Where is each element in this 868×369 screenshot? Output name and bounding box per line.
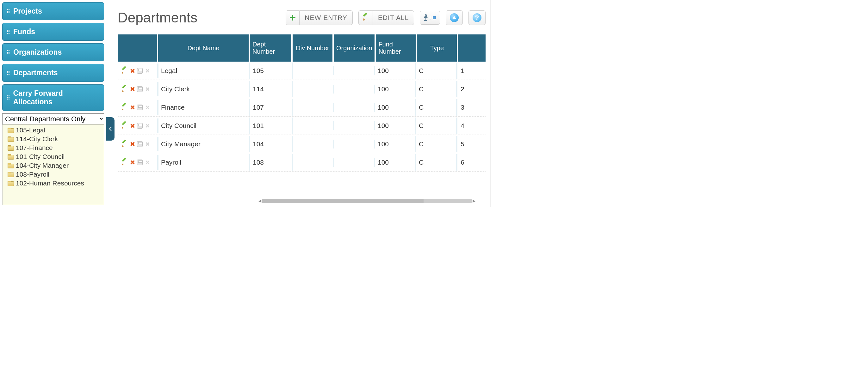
- cancel-icon[interactable]: [145, 160, 150, 165]
- scroll-track[interactable]: [262, 199, 472, 203]
- table-row[interactable]: Finance107100C3: [118, 98, 486, 116]
- table-row[interactable]: City Manager104100C5: [118, 135, 486, 153]
- tree-item-label: 102-Human Resources: [16, 179, 84, 187]
- cell-div-number: [293, 140, 334, 148]
- col-organization[interactable]: Organization: [334, 34, 376, 62]
- row-actions: [118, 82, 158, 96]
- save-icon[interactable]: [137, 160, 143, 165]
- sidebar-item-label: Departments: [13, 69, 58, 77]
- table-row[interactable]: City Clerk114100C2: [118, 80, 486, 98]
- tree-item[interactable]: 105-Legal: [8, 126, 101, 135]
- tree-item[interactable]: 104-City Manager: [8, 161, 101, 170]
- cell-dept-name: City Council: [158, 118, 250, 134]
- sidebar-item-organizations[interactable]: Organizations: [2, 43, 104, 61]
- cell-type: C: [416, 99, 457, 115]
- row-actions: [118, 155, 158, 170]
- col-label: Div Number: [296, 44, 329, 52]
- plus-icon: [290, 15, 296, 21]
- delete-icon[interactable]: [129, 68, 135, 74]
- save-icon[interactable]: [137, 141, 143, 147]
- sidebar-item-label: Projects: [13, 7, 42, 15]
- col-dept-name[interactable]: Dept Name: [158, 34, 250, 62]
- col-fund-number[interactable]: Fund Number: [376, 34, 417, 62]
- col-dept-number[interactable]: Dept Number: [250, 34, 292, 62]
- titlebar: Departments NEW ENTRY EDIT ALL: [118, 10, 486, 26]
- horizontal-scrollbar[interactable]: ◀ ▶: [257, 198, 476, 204]
- cancel-icon[interactable]: [145, 86, 150, 92]
- edit-icon[interactable]: [122, 105, 127, 110]
- new-entry-icon-button[interactable]: [286, 10, 300, 25]
- scroll-thumb[interactable]: [262, 199, 424, 203]
- table-row[interactable]: Legal105100C1: [118, 62, 486, 80]
- edit-icon[interactable]: [122, 160, 127, 165]
- grip-icon: [7, 30, 10, 34]
- scroll-left-icon[interactable]: ◀: [257, 199, 262, 203]
- delete-icon[interactable]: [129, 86, 135, 92]
- tree-item-label: 108-Payroll: [16, 171, 49, 178]
- cancel-icon[interactable]: [145, 123, 150, 129]
- edit-icon[interactable]: [122, 123, 127, 129]
- sidebar-item-carry-forward[interactable]: Carry Forward Allocations: [2, 85, 104, 111]
- cancel-icon[interactable]: [145, 105, 150, 110]
- cell-fund-number: 100: [375, 81, 416, 97]
- table-row[interactable]: City Council101100C4: [118, 116, 486, 135]
- delete-icon[interactable]: [129, 141, 135, 147]
- new-entry-group: NEW ENTRY: [286, 10, 353, 25]
- save-icon[interactable]: [137, 123, 143, 129]
- row-actions: [118, 100, 158, 115]
- cell-dept-number: 114: [250, 81, 293, 97]
- cell-organization: [334, 66, 375, 75]
- tree-item[interactable]: 107-Finance: [8, 143, 101, 152]
- button-label: EDIT ALL: [378, 14, 409, 22]
- cell-type: C: [416, 63, 457, 79]
- col-label: Dept Number: [252, 41, 289, 55]
- delete-icon[interactable]: [129, 123, 135, 129]
- sidebar-collapse-handle[interactable]: [106, 117, 115, 141]
- table-row[interactable]: Payroll108100C6: [118, 153, 486, 172]
- cancel-icon[interactable]: [145, 141, 150, 147]
- cell-type: C: [416, 136, 457, 152]
- folder-icon: [8, 154, 14, 159]
- cell-dept-name: City Manager: [158, 136, 250, 152]
- col-type[interactable]: Type: [417, 34, 458, 62]
- sidebar-item-departments[interactable]: Departments: [2, 64, 104, 82]
- edit-icon[interactable]: [122, 141, 127, 147]
- save-icon[interactable]: [137, 105, 143, 110]
- edit-all-icon-button[interactable]: [359, 10, 373, 25]
- sort-save-icon: AZ↓: [424, 14, 436, 21]
- cell-index: 6: [457, 154, 468, 171]
- scroll-top-button[interactable]: [446, 10, 463, 25]
- delete-icon[interactable]: [129, 160, 135, 165]
- grip-icon: [7, 71, 10, 75]
- folder-icon: [8, 163, 14, 168]
- col-div-number[interactable]: Div Number: [292, 34, 334, 62]
- edit-all-button[interactable]: EDIT ALL: [373, 10, 414, 25]
- delete-icon[interactable]: [129, 105, 135, 110]
- tree-item[interactable]: 102-Human Resources: [8, 179, 101, 188]
- tree-item[interactable]: 101-City Council: [8, 152, 101, 161]
- save-icon[interactable]: [137, 86, 143, 92]
- edit-icon[interactable]: [122, 68, 127, 74]
- sort-save-button[interactable]: AZ↓: [420, 11, 440, 25]
- save-icon[interactable]: [137, 68, 143, 74]
- cell-div-number: [293, 66, 334, 75]
- cell-type: C: [416, 81, 457, 97]
- scroll-right-icon[interactable]: ▶: [472, 199, 476, 203]
- cell-index: 2: [457, 81, 468, 97]
- tree-item[interactable]: 114-City Clerk: [8, 135, 101, 143]
- cancel-icon[interactable]: [145, 68, 150, 74]
- grid-body[interactable]: Legal105100C1City Clerk114100C2Finance10…: [118, 62, 486, 198]
- cell-organization: [334, 121, 375, 130]
- sidebar-item-projects[interactable]: Projects: [2, 2, 104, 20]
- cell-fund-number: 100: [375, 118, 416, 134]
- tree-item[interactable]: 108-Payroll: [8, 170, 101, 179]
- cell-div-number: [293, 121, 334, 130]
- edit-icon[interactable]: [122, 86, 127, 92]
- toolbar: NEW ENTRY EDIT ALL AZ↓: [286, 10, 486, 25]
- help-button[interactable]: ?: [468, 10, 486, 25]
- cell-div-number: [293, 158, 334, 167]
- cell-organization: [334, 103, 375, 112]
- filter-select[interactable]: Central Departments Only: [2, 113, 104, 125]
- sidebar-item-funds[interactable]: Funds: [2, 23, 104, 41]
- new-entry-button[interactable]: NEW ENTRY: [300, 10, 353, 25]
